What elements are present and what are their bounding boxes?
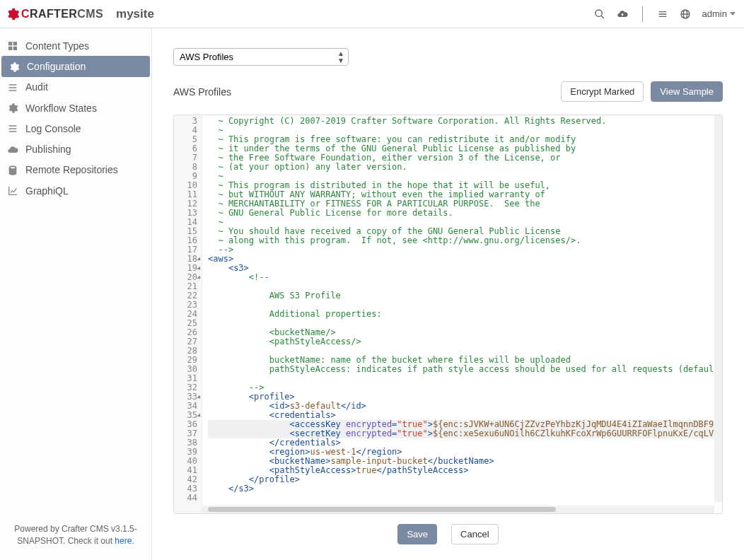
- brand-text: CRAFTERCMS: [21, 8, 103, 21]
- sidebar-item-label: Log Console: [25, 123, 81, 134]
- encrypt-marked-button[interactable]: Encrypt Marked: [561, 81, 644, 102]
- config-title: AWS Profiles: [173, 86, 231, 98]
- cancel-button[interactable]: Cancel: [451, 524, 498, 544]
- list-icon: [7, 122, 18, 134]
- sidebar-item-remote-repositories[interactable]: Remote Repositories: [0, 160, 151, 180]
- db-icon: [7, 164, 18, 176]
- gear-icon: [8, 60, 20, 72]
- cloud-icon: [7, 143, 18, 155]
- sidebar-item-workflow-states[interactable]: Workflow States: [0, 98, 151, 118]
- view-sample-button[interactable]: View Sample: [651, 81, 723, 102]
- sidebar-item-publishing[interactable]: Publishing: [0, 139, 151, 159]
- sidebar-item-audit[interactable]: Audit: [0, 77, 151, 98]
- upload-icon[interactable]: [617, 8, 628, 20]
- list-icon: [7, 81, 18, 93]
- menu-icon[interactable]: [657, 8, 668, 20]
- topbar-actions: admin: [594, 6, 736, 22]
- gear-icon: [7, 102, 18, 114]
- footer-actions: Save Cancel: [173, 514, 723, 552]
- editor-code[interactable]: ~ Copyright (C) 2007-2019 Crafter Softwa…: [202, 115, 722, 513]
- chart-icon: [7, 185, 18, 197]
- footer-link[interactable]: here: [115, 536, 132, 546]
- editor-gutter: 3456789101112131415161718192021222324252…: [174, 115, 202, 513]
- sidebar-item-label: Configuration: [27, 61, 86, 72]
- sidebar-item-label: Publishing: [25, 144, 71, 155]
- user-menu[interactable]: admin: [702, 8, 736, 19]
- code-editor[interactable]: 3456789101112131415161718192021222324252…: [173, 115, 723, 514]
- sidebar-item-log-console[interactable]: Log Console: [0, 118, 151, 139]
- search-icon[interactable]: [594, 8, 605, 20]
- topbar: CRAFTERCMS mysite admin: [0, 0, 744, 28]
- sidebar-item-label: GraphiQL: [25, 185, 69, 197]
- sidebar-item-label: Workflow States: [25, 103, 97, 114]
- sidebar-item-label: Content Types: [25, 40, 89, 52]
- sidebar-item-label: Remote Repositories: [25, 164, 118, 175]
- vertical-scrollbar[interactable]: [714, 115, 722, 502]
- grid-icon: [7, 40, 18, 52]
- globe-icon[interactable]: [680, 8, 691, 20]
- divider: [642, 6, 643, 22]
- chevron-down-icon: [730, 12, 736, 16]
- sidebar-item-configuration[interactable]: Configuration: [1, 56, 150, 76]
- sidebar-item-label: Audit: [25, 81, 48, 93]
- gear-icon: [6, 7, 20, 21]
- horizontal-scrollbar[interactable]: [202, 506, 714, 513]
- site-name[interactable]: mysite: [116, 7, 154, 21]
- sidebar-footer: Powered by Crafter CMS v3.1.5-SNAPSHOT. …: [0, 515, 151, 560]
- sidebar-item-content-types[interactable]: Content Types: [0, 35, 151, 56]
- user-label: admin: [702, 8, 727, 19]
- brand-logo[interactable]: CRAFTERCMS: [6, 7, 103, 21]
- scrollbar-thumb[interactable]: [208, 507, 556, 512]
- main-panel: AWS Profiles ▲▼ AWS Profiles Encrypt Mar…: [152, 28, 744, 560]
- save-button[interactable]: Save: [397, 524, 437, 544]
- config-file-select[interactable]: AWS Profiles: [173, 48, 349, 66]
- sidebar-item-graphiql[interactable]: GraphiQL: [0, 180, 151, 201]
- sidebar: Content TypesConfigurationAuditWorkflow …: [0, 28, 152, 560]
